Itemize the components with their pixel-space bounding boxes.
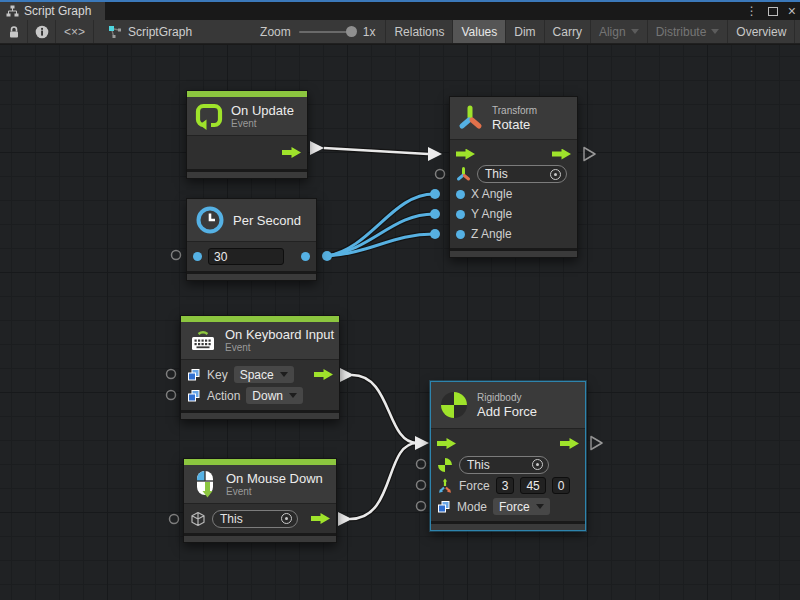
node-title: On Update xyxy=(231,103,294,118)
value-port-dot[interactable] xyxy=(301,252,310,261)
force-z-input[interactable]: 0 xyxy=(552,477,571,494)
field-label: Action xyxy=(207,389,240,403)
rigidbody-icon xyxy=(439,390,469,420)
field-label: Mode xyxy=(457,500,487,514)
inspect-button[interactable] xyxy=(28,20,56,43)
flow-input-arrow[interactable] xyxy=(437,438,456,449)
value-port-dot[interactable] xyxy=(456,210,465,219)
align-menu[interactable]: Align xyxy=(591,20,648,43)
field-label: Force xyxy=(459,479,490,493)
lock-icon xyxy=(7,25,21,39)
clock-icon xyxy=(195,205,225,235)
rate-input[interactable]: 30 xyxy=(208,248,284,265)
transform-icon xyxy=(458,104,484,132)
distribute-menu[interactable]: Distribute xyxy=(648,20,729,43)
flow-input-arrow[interactable] xyxy=(456,149,475,160)
fullscreen-button[interactable]: Full Screen xyxy=(795,20,800,43)
target-picker-icon[interactable] xyxy=(281,513,292,524)
node-on-keyboard-input[interactable]: On Keyboard Input Event Key Space xyxy=(180,315,340,420)
node-subtitle: Event xyxy=(226,486,323,498)
tab-strip: Script Graph xyxy=(0,2,800,20)
carry-toggle[interactable]: Carry xyxy=(545,20,591,43)
node-title: Rotate xyxy=(492,117,537,132)
unity-script-graph-window: Script Graph ⋮ × xyxy=(0,0,800,600)
node-footer xyxy=(187,271,316,280)
value-port-dot[interactable] xyxy=(456,230,465,239)
this-field[interactable]: This xyxy=(477,165,567,183)
node-on-mouse-down[interactable]: On Mouse Down Event This xyxy=(183,458,337,543)
keyboard-icon xyxy=(189,328,217,354)
node-transform-rotate[interactable]: Transform Rotate This xyxy=(449,96,578,258)
update-loop-icon xyxy=(195,102,223,130)
edit-graph-button[interactable]: <×> xyxy=(56,20,94,43)
key-dropdown[interactable]: Space xyxy=(234,366,294,383)
port-label: Y Angle xyxy=(471,207,512,221)
chevron-down-icon xyxy=(711,29,719,34)
flow-output-arrow[interactable] xyxy=(282,147,301,158)
node-footer xyxy=(184,533,336,542)
node-category: Transform xyxy=(492,105,537,117)
graph-name-label: ScriptGraph xyxy=(128,25,192,39)
graph-breadcrumb[interactable]: ScriptGraph xyxy=(94,20,202,43)
zoom-slider[interactable] xyxy=(299,31,355,33)
value-port-dot[interactable] xyxy=(193,252,202,261)
force-x-input[interactable]: 3 xyxy=(496,477,515,494)
value-port-dot[interactable] xyxy=(456,190,465,199)
flow-output-arrow[interactable] xyxy=(314,369,333,380)
flow-output-arrow[interactable] xyxy=(560,438,579,449)
lock-button[interactable] xyxy=(0,20,28,43)
port-label: Z Angle xyxy=(471,227,512,241)
window-controls: ⋮ × xyxy=(746,2,796,20)
window-focus-line xyxy=(0,0,800,2)
force-y-input[interactable]: 45 xyxy=(520,477,545,494)
node-subtitle: Event xyxy=(231,118,294,130)
graph-icon xyxy=(6,5,19,17)
node-on-update[interactable]: On Update Event xyxy=(186,90,308,179)
tab-label: Script Graph xyxy=(24,4,91,18)
chevron-down-icon xyxy=(280,372,288,377)
node-title: Add Force xyxy=(477,404,537,419)
vector3-icon xyxy=(437,478,453,494)
chevron-down-icon xyxy=(289,393,297,398)
tab-script-graph[interactable]: Script Graph xyxy=(0,2,105,20)
field-label: Key xyxy=(207,368,228,382)
node-rigidbody-add-force[interactable]: Rigidbody Add Force This xyxy=(430,381,586,531)
zoom-value: 1x xyxy=(363,25,376,39)
relations-toggle[interactable]: Relations xyxy=(385,20,453,43)
chevron-down-icon xyxy=(631,29,639,34)
enum-icon xyxy=(187,389,201,403)
close-icon[interactable]: × xyxy=(788,6,796,16)
zoom-label: Zoom xyxy=(260,25,291,39)
graph-toolbar: <×> ScriptGraph Zoom 1x Relations Values xyxy=(0,20,800,44)
overview-button[interactable]: Overview xyxy=(728,20,795,43)
mode-dropdown[interactable]: Force xyxy=(493,498,550,515)
enum-icon xyxy=(187,368,201,382)
zoom-slider-handle[interactable] xyxy=(346,26,357,37)
port-label: X Angle xyxy=(471,187,512,201)
window-menu-icon[interactable]: ⋮ xyxy=(746,4,758,18)
node-per-second[interactable]: Per Second 30 xyxy=(186,198,317,281)
dim-toggle[interactable]: Dim xyxy=(506,20,544,43)
zoom-control: Zoom 1x xyxy=(202,20,385,43)
gameobject-cube-icon xyxy=(190,511,206,527)
node-title: On Keyboard Input xyxy=(225,327,334,342)
code-icon: <×> xyxy=(64,25,85,39)
node-title: Per Second xyxy=(233,213,301,228)
action-dropdown[interactable]: Down xyxy=(246,387,303,404)
node-footer xyxy=(187,169,307,178)
node-footer xyxy=(431,521,585,530)
flow-output-arrow[interactable] xyxy=(552,149,571,160)
this-field[interactable]: This xyxy=(459,456,549,474)
graph-canvas[interactable] xyxy=(0,45,800,600)
target-picker-icon[interactable] xyxy=(550,169,561,180)
this-field[interactable]: This xyxy=(212,510,298,528)
enum-icon xyxy=(437,500,451,514)
maximize-icon[interactable] xyxy=(768,7,778,16)
node-footer xyxy=(450,248,577,257)
values-toggle[interactable]: Values xyxy=(453,20,506,43)
flow-output-arrow[interactable] xyxy=(311,513,330,524)
mouse-down-icon xyxy=(192,470,218,498)
node-subtitle: Event xyxy=(225,342,334,354)
info-icon xyxy=(35,25,49,39)
target-picker-icon[interactable] xyxy=(532,459,543,470)
